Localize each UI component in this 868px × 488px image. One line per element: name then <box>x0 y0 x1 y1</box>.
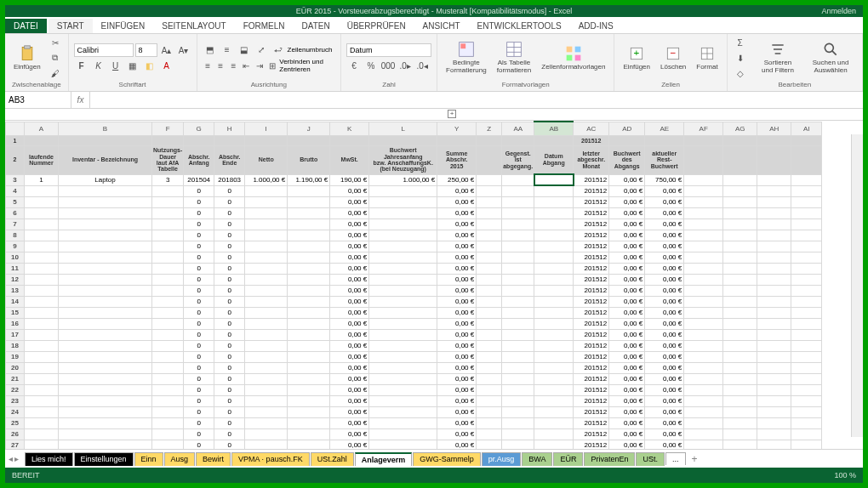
cell-15-AH[interactable] <box>757 307 791 318</box>
percent-icon[interactable]: % <box>363 59 379 72</box>
cell-17-Z[interactable] <box>477 329 502 340</box>
cell-2-AA[interactable]: Gegenst.istabgegang. <box>502 145 534 174</box>
cell-9-I[interactable] <box>245 241 288 252</box>
cell-27-I[interactable] <box>245 440 288 449</box>
cell-4-AF[interactable] <box>684 185 723 196</box>
row-header-24[interactable]: 24 <box>6 406 25 417</box>
cell-26-B[interactable] <box>59 428 152 440</box>
cell-16-K[interactable]: 0,00 € <box>330 318 369 329</box>
row-header-15[interactable]: 15 <box>6 307 25 318</box>
col-header-AD[interactable]: AD <box>609 122 645 135</box>
cell-24-J[interactable] <box>288 406 330 417</box>
cell-14-AB[interactable] <box>534 296 574 307</box>
cell-1-I[interactable] <box>245 135 288 145</box>
cell-7-F[interactable] <box>152 218 184 230</box>
font-size-select[interactable] <box>135 43 157 57</box>
cell-27-AB[interactable] <box>534 440 574 449</box>
cell-15-L[interactable] <box>369 307 437 318</box>
cell-4-Z[interactable] <box>477 185 502 196</box>
cell-10-F[interactable] <box>152 252 184 263</box>
sheet-tab-ust[interactable]: USt. <box>636 452 665 466</box>
cell-11-AF[interactable] <box>684 263 723 274</box>
cell-20-AD[interactable]: 0,00 € <box>609 362 645 373</box>
cell-8-B[interactable] <box>59 230 152 241</box>
cell-16-B[interactable] <box>59 318 152 329</box>
cell-19-AI[interactable] <box>791 351 822 362</box>
cell-13-AB[interactable] <box>534 285 574 296</box>
cell-17-G[interactable]: 0 <box>184 329 214 340</box>
cell-19-AE[interactable]: 0,00 € <box>645 351 684 362</box>
cell-25-I[interactable] <box>245 417 288 428</box>
cell-15-AE[interactable]: 0,00 € <box>645 307 684 318</box>
cell-27-AD[interactable]: 0,00 € <box>609 440 645 449</box>
cell-18-AH[interactable] <box>757 340 791 351</box>
indent-dec-icon[interactable]: ⇤ <box>241 59 252 72</box>
cell-26-AD[interactable]: 0,00 € <box>609 428 645 440</box>
cell-26-G[interactable]: 0 <box>184 428 214 440</box>
cell-7-AB[interactable] <box>534 218 574 230</box>
cell-2-H[interactable]: Abschr.Ende <box>214 145 245 174</box>
cell-15-G[interactable]: 0 <box>184 307 214 318</box>
cell-21-F[interactable] <box>152 373 184 384</box>
cell-7-Z[interactable] <box>477 218 502 230</box>
cell-6-Y[interactable]: 0,00 € <box>437 207 477 218</box>
cell-17-AF[interactable] <box>684 329 723 340</box>
cell-20-AI[interactable] <box>791 362 822 373</box>
cell-14-Z[interactable] <box>477 296 502 307</box>
cell-17-J[interactable] <box>288 329 330 340</box>
sheet-nav-first[interactable]: ◂ <box>9 454 13 463</box>
cell-16-AA[interactable] <box>502 318 534 329</box>
cell-24-AB[interactable] <box>534 406 574 417</box>
cell-1-A[interactable] <box>25 135 59 145</box>
cell-6-AI[interactable] <box>791 207 822 218</box>
cell-1-B[interactable] <box>59 135 152 145</box>
sheet-nav-prev[interactable]: ▸ <box>14 454 19 463</box>
cell-5-AF[interactable] <box>684 196 723 207</box>
cell-16-AI[interactable] <box>791 318 822 329</box>
cell-5-AH[interactable] <box>757 196 791 207</box>
cell-5-I[interactable] <box>245 196 288 207</box>
fill-icon[interactable]: ⬇ <box>733 51 748 65</box>
increase-font-icon[interactable]: A▴ <box>159 43 174 57</box>
ribbon-tab-formeln[interactable]: FORMELN <box>235 19 294 33</box>
ribbon-tab-entwicklertools[interactable]: ENTWICKLERTOOLS <box>469 19 570 33</box>
cell-7-Y[interactable]: 0,00 € <box>437 218 477 230</box>
cell-11-Y[interactable]: 0,00 € <box>437 263 477 274</box>
cell-13-I[interactable] <box>245 285 288 296</box>
cell-6-A[interactable] <box>25 207 59 218</box>
col-header-AE[interactable]: AE <box>645 122 684 135</box>
cell-2-A[interactable]: laufendeNummer <box>25 145 59 174</box>
cell-10-AE[interactable]: 0,00 € <box>645 252 684 263</box>
cell-22-AI[interactable] <box>791 384 822 395</box>
cell-18-AG[interactable] <box>723 340 757 351</box>
cell-23-AI[interactable] <box>791 395 822 406</box>
cell-15-AI[interactable] <box>791 307 822 318</box>
cell-10-H[interactable]: 0 <box>214 252 245 263</box>
cell-24-AF[interactable] <box>684 406 723 417</box>
cell-22-F[interactable] <box>152 384 184 395</box>
cell-6-G[interactable]: 0 <box>184 207 214 218</box>
cell-19-AG[interactable] <box>723 351 757 362</box>
spreadsheet-grid[interactable]: + ABFGHIJKLYZAAABACADAEAFAGAHAI12015122l… <box>5 109 863 449</box>
cell-6-AF[interactable] <box>684 207 723 218</box>
cell-14-K[interactable]: 0,00 € <box>330 296 369 307</box>
cell-20-AA[interactable] <box>502 362 534 373</box>
cell-25-AG[interactable] <box>723 417 757 428</box>
cell-12-Y[interactable]: 0,00 € <box>437 274 477 285</box>
file-tab[interactable]: DATEI <box>5 19 47 33</box>
cell-23-I[interactable] <box>245 395 288 406</box>
cell-2-G[interactable]: Abschr.Anfang <box>184 145 214 174</box>
sheet-tab-ustzahl[interactable]: USt.Zahl <box>311 452 354 466</box>
sheet-tab-gwgsammelp[interactable]: GWG-Sammelp <box>413 452 481 466</box>
row-header-27[interactable]: 27 <box>6 440 25 449</box>
add-sheet-button[interactable]: + <box>687 453 703 465</box>
col-header-K[interactable]: K <box>330 122 369 135</box>
cell-13-Y[interactable]: 0,00 € <box>437 285 477 296</box>
cell-8-A[interactable] <box>25 230 59 241</box>
ribbon-tab-start[interactable]: START <box>49 19 93 33</box>
cell-3-J[interactable]: 1.190,00 € <box>288 174 330 185</box>
cell-21-K[interactable]: 0,00 € <box>330 373 369 384</box>
cell-21-AH[interactable] <box>757 373 791 384</box>
cell-5-K[interactable]: 0,00 € <box>330 196 369 207</box>
cell-21-A[interactable] <box>25 373 59 384</box>
